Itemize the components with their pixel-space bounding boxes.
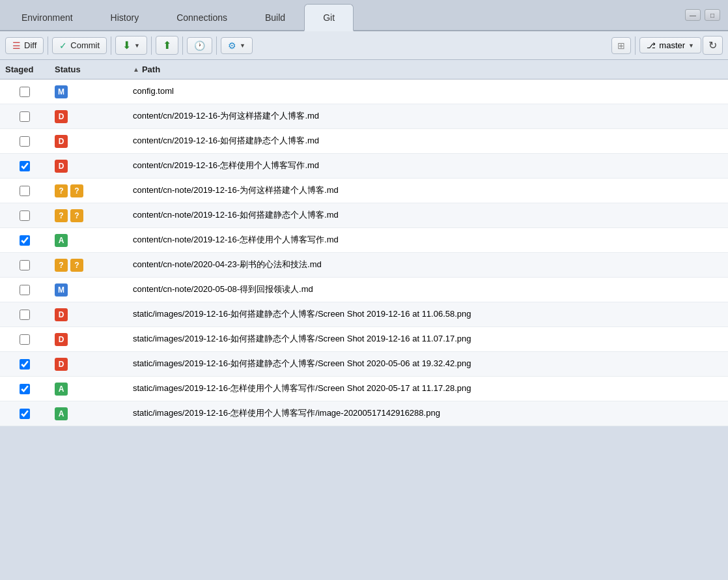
cell-status: D: [49, 358, 128, 371]
table-row: Dcontent/cn/2019-12-16-为何这样搭建个人博客.md: [0, 104, 728, 129]
header-staged: Staged: [0, 65, 49, 74]
staged-checkbox[interactable]: [20, 359, 30, 370]
table-row: ??content/cn-note/2019-12-16-为何这样搭建个人博客.…: [0, 179, 728, 203]
branch-label: master: [659, 40, 685, 50]
separator-1: [48, 36, 48, 55]
push-icon: ⬆: [163, 39, 171, 51]
window-controls: — □: [685, 0, 725, 30]
minimize-button[interactable]: —: [685, 9, 701, 21]
push-button[interactable]: ⬆: [156, 36, 178, 55]
staged-checkbox[interactable]: [20, 161, 30, 171]
separator-3: [151, 36, 152, 55]
cell-path: content/cn-note/2020-05-08-得到回报领读人.md: [128, 281, 728, 298]
cell-path: static/images/2019-12-16-如何搭建静态个人博客/Scre…: [128, 330, 728, 347]
branch-dropdown-arrow: ▼: [688, 42, 694, 49]
table-row: Dstatic/images/2019-12-16-如何搭建静态个人博客/Scr…: [0, 302, 728, 327]
cell-staged: [0, 161, 49, 171]
branch-button[interactable]: ⎇ master ▼: [639, 37, 701, 53]
cell-path: content/cn/2019-12-16-为何这样搭建个人博客.md: [128, 108, 728, 124]
index-status-badge: M: [55, 85, 68, 98]
pull-button[interactable]: ⬇ ▼: [115, 36, 147, 55]
separator-5: [216, 36, 217, 55]
cell-staged: [0, 186, 49, 196]
commit-button[interactable]: ✓ Commit: [52, 37, 107, 54]
tab-history[interactable]: History: [92, 4, 158, 30]
maximize-button[interactable]: □: [705, 9, 720, 21]
settings-button[interactable]: ⚙ ▼: [221, 37, 253, 54]
staged-checkbox[interactable]: [20, 136, 30, 147]
table-header: Staged Status ▲ Path: [0, 60, 728, 80]
tab-build[interactable]: Build: [246, 4, 304, 30]
staged-checkbox[interactable]: [20, 334, 30, 345]
cell-status: M: [49, 283, 128, 297]
cell-path: static/images/2019-12-16-怎样使用个人博客写作/imag…: [128, 405, 728, 422]
cell-status: ??: [49, 209, 128, 222]
staged-checkbox[interactable]: [20, 111, 30, 122]
index-status-badge: ?: [70, 259, 83, 272]
refresh-icon: ↻: [708, 39, 717, 51]
table-row: ??content/cn-note/2020-04-23-刷书的心法和技法.md: [0, 253, 728, 278]
staged-checkbox[interactable]: [20, 87, 30, 97]
tab-git[interactable]: Git: [304, 4, 354, 31]
settings-dropdown-arrow: ▼: [240, 42, 245, 49]
staged-checkbox[interactable]: [20, 285, 30, 295]
cell-path: content/cn-note/2019-12-16-如何搭建静态个人博客.md: [128, 207, 728, 224]
staged-checkbox[interactable]: [20, 384, 30, 394]
tab-bar: Environment History Connections Build Gi…: [0, 0, 728, 31]
index-status-badge: M: [55, 283, 68, 297]
cell-staged: [0, 87, 49, 97]
cell-path: static/images/2019-12-16-怎样使用个人博客写作/Scre…: [128, 380, 728, 397]
table-row: Dcontent/cn/2019-12-16-如何搭建静态个人博客.md: [0, 129, 728, 154]
cell-staged: [0, 384, 49, 394]
cell-path: config.toml: [128, 83, 728, 100]
cell-staged: [0, 285, 49, 295]
table-row: Mconfig.toml: [0, 80, 728, 104]
cell-path: content/cn/2019-12-16-怎样使用个人博客写作.md: [128, 157, 728, 174]
header-status: Status: [49, 65, 128, 74]
history-button[interactable]: 🕐: [187, 37, 212, 54]
staged-checkbox[interactable]: [20, 260, 30, 270]
refresh-button[interactable]: ↻: [703, 36, 723, 55]
cell-path: content/cn-note/2020-04-23-刷书的心法和技法.md: [128, 256, 728, 273]
gear-icon: ⚙: [228, 40, 236, 51]
staged-status-badge: A: [55, 234, 68, 247]
diff-button[interactable]: ☰ Diff: [5, 37, 44, 54]
commit-icon: ✓: [59, 40, 67, 51]
table-row: Astatic/images/2019-12-16-怎样使用个人博客写作/Scr…: [0, 377, 728, 401]
table-row: Acontent/cn-note/2019-12-16-怎样使用个人博客写作.m…: [0, 228, 728, 253]
staged-checkbox[interactable]: [20, 210, 30, 221]
cell-status: D: [49, 110, 128, 123]
staged-status-badge: A: [55, 407, 68, 420]
cell-status: D: [49, 333, 128, 346]
cell-status: ??: [49, 259, 128, 272]
table-row: Mcontent/cn-note/2020-05-08-得到回报领读人.md: [0, 278, 728, 302]
staged-status-badge: D: [55, 160, 68, 173]
cell-staged: [0, 359, 49, 370]
staged-checkbox[interactable]: [20, 235, 30, 246]
staged-checkbox[interactable]: [20, 186, 30, 196]
index-status-badge: ?: [70, 184, 83, 197]
cell-path: static/images/2019-12-16-如何搭建静态个人博客/Scre…: [128, 306, 728, 323]
separator-2: [111, 36, 111, 55]
staged-checkbox[interactable]: [20, 310, 30, 320]
toolbar: ☰ Diff ✓ Commit ⬇ ▼ ⬆ 🕐 ⚙ ▼ ⊞ ⎇ master ▼…: [0, 31, 728, 60]
pull-icon: ⬇: [122, 39, 131, 51]
index-status-badge: D: [55, 110, 68, 123]
cell-path: content/cn-note/2019-12-16-为何这样搭建个人博客.md: [128, 182, 728, 199]
graph-button[interactable]: ⊞: [611, 37, 631, 54]
clock-icon: 🕐: [194, 40, 205, 51]
tab-environment[interactable]: Environment: [3, 4, 92, 30]
diff-icon: ☰: [12, 40, 21, 51]
index-status-badge: ?: [70, 209, 83, 222]
header-path: ▲ Path: [128, 65, 728, 74]
cell-path: content/cn/2019-12-16-如何搭建静态个人博客.md: [128, 132, 728, 149]
separator-6: [635, 36, 636, 55]
cell-status: A: [49, 383, 128, 396]
table-row: Dstatic/images/2019-12-16-如何搭建静态个人博客/Scr…: [0, 352, 728, 377]
table-row: Dcontent/cn/2019-12-16-怎样使用个人博客写作.md: [0, 154, 728, 179]
tab-connections[interactable]: Connections: [158, 4, 246, 30]
staged-checkbox[interactable]: [20, 409, 30, 419]
commit-label: Commit: [70, 40, 100, 50]
cell-staged: [0, 334, 49, 345]
cell-staged: [0, 111, 49, 122]
